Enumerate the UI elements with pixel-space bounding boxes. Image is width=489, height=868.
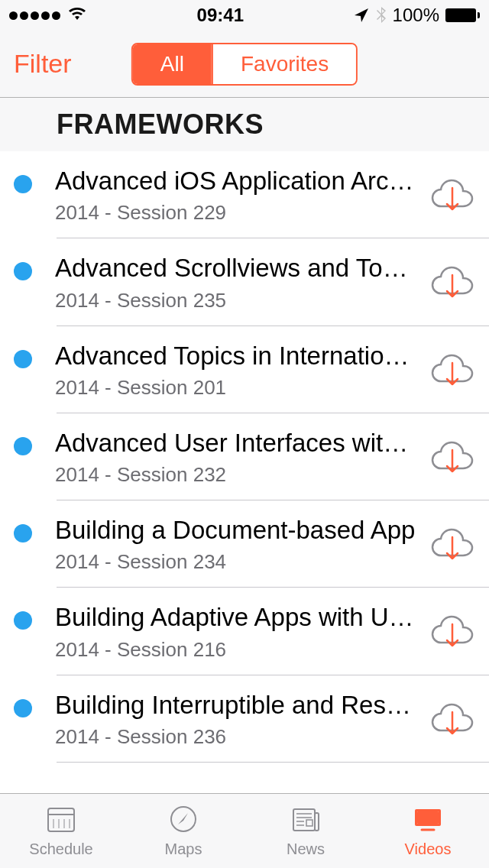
list-item-title: Building Interruptible and Responsive In… <box>55 689 419 721</box>
list-item-text: Advanced Scrollviews and Touch Handling … <box>55 252 429 312</box>
tab-label: Videos <box>405 840 452 858</box>
filter-button[interactable]: Filter <box>14 49 72 79</box>
list-item[interactable]: Advanced Scrollviews and Touch Handling … <box>0 238 489 326</box>
status-right: 100% <box>353 5 480 26</box>
list-item-text: Advanced iOS Application Architecture 20… <box>55 165 429 225</box>
cloud-download-icon <box>429 612 475 650</box>
download-button[interactable] <box>429 351 475 389</box>
download-button[interactable] <box>429 438 475 476</box>
unread-dot-icon <box>14 524 32 542</box>
signal-strength-icon <box>9 11 60 20</box>
tab-news[interactable]: News <box>244 794 367 868</box>
list-item-text: Advanced User Interfaces with Collection… <box>55 427 429 487</box>
newspaper-icon <box>289 804 322 837</box>
list-item-text: Advanced Topics in Internationalization … <box>55 340 429 400</box>
list-item[interactable]: Advanced Topics in Internationalization … <box>0 326 489 413</box>
list-item-subtitle: 2014 - Session 201 <box>55 376 419 400</box>
list-item-subtitle: 2014 - Session 232 <box>55 463 419 487</box>
cloud-download-icon <box>429 700 475 738</box>
svg-rect-16 <box>417 811 439 824</box>
list-item-subtitle: 2014 - Session 216 <box>55 638 419 662</box>
list-item[interactable]: Advanced iOS Application Architecture 20… <box>0 151 489 238</box>
download-button[interactable] <box>429 525 475 563</box>
tab-label: Maps <box>165 840 202 858</box>
list-item[interactable]: Building Adaptive Apps with UIKit 2014 -… <box>0 588 489 675</box>
tab-label: Schedule <box>29 840 92 858</box>
tv-icon <box>411 804 445 837</box>
svg-rect-8 <box>315 813 319 831</box>
list-item-subtitle: 2014 - Session 236 <box>55 725 419 749</box>
segment-all[interactable]: All <box>133 44 212 84</box>
list-item-subtitle: 2014 - Session 229 <box>55 201 419 225</box>
unread-dot-icon <box>14 175 32 193</box>
list-item-title: Advanced iOS Application Architecture <box>55 165 419 196</box>
cloud-download-icon <box>429 176 475 214</box>
unread-dot-icon <box>14 437 32 455</box>
status-left <box>9 5 88 26</box>
list-item[interactable]: Building Interruptible and Responsive In… <box>0 675 489 763</box>
unread-dot-icon <box>14 262 32 280</box>
location-icon <box>353 7 370 24</box>
cloud-download-icon <box>429 263 475 301</box>
list-item-subtitle: 2014 - Session 234 <box>55 550 419 574</box>
download-button[interactable] <box>429 612 475 650</box>
svg-rect-0 <box>48 808 74 831</box>
tab-bar: Schedule Maps News Videos <box>0 793 489 868</box>
cloud-download-icon <box>429 438 475 476</box>
section-header: FRAMEWORKS <box>0 98 489 151</box>
list-item-text: Building Interruptible and Responsive In… <box>55 689 429 749</box>
list-item-title: Advanced Topics in Internationalization <box>55 340 419 371</box>
list-item-text: Building a Document-based App 2014 - Ses… <box>55 514 429 574</box>
tab-videos[interactable]: Videos <box>367 794 489 868</box>
unread-dot-icon <box>14 611 32 630</box>
list-item[interactable]: Building a Document-based App 2014 - Ses… <box>0 500 489 588</box>
cloud-download-icon <box>429 351 475 389</box>
battery-icon <box>445 8 480 22</box>
list-item-title: Advanced User Interfaces with Collection… <box>55 427 419 458</box>
calendar-icon <box>44 804 78 837</box>
download-button[interactable] <box>429 263 475 301</box>
battery-percent: 100% <box>393 5 439 26</box>
list-item[interactable]: Advanced User Interfaces with Collection… <box>0 413 489 500</box>
list-item-subtitle: 2014 - Session 235 <box>55 289 419 313</box>
svg-rect-13 <box>306 820 313 826</box>
video-list: Advanced iOS Application Architecture 20… <box>0 151 489 763</box>
bluetooth-icon <box>376 6 387 24</box>
download-button[interactable] <box>429 700 475 738</box>
download-button[interactable] <box>429 176 475 214</box>
list-item-title: Advanced Scrollviews and Touch Handling <box>55 252 419 283</box>
segmented-control: All Favorites <box>131 43 358 86</box>
list-item-text: Building Adaptive Apps with UIKit 2014 -… <box>55 601 429 661</box>
compass-icon <box>167 804 200 837</box>
list-item-title: Building Adaptive Apps with UIKit <box>55 601 419 633</box>
unread-dot-icon <box>14 350 32 368</box>
cloud-download-icon <box>429 525 475 563</box>
tab-label: News <box>287 840 325 858</box>
segment-favorites[interactable]: Favorites <box>212 44 356 84</box>
tab-maps[interactable]: Maps <box>122 794 244 868</box>
wifi-icon <box>66 5 88 26</box>
status-bar: 09:41 100% <box>0 0 489 31</box>
status-time: 09:41 <box>197 5 244 26</box>
unread-dot-icon <box>14 699 32 717</box>
nav-bar: Filter All Favorites <box>0 31 489 98</box>
list-item-title: Building a Document-based App <box>55 514 419 546</box>
tab-schedule[interactable]: Schedule <box>0 794 122 868</box>
